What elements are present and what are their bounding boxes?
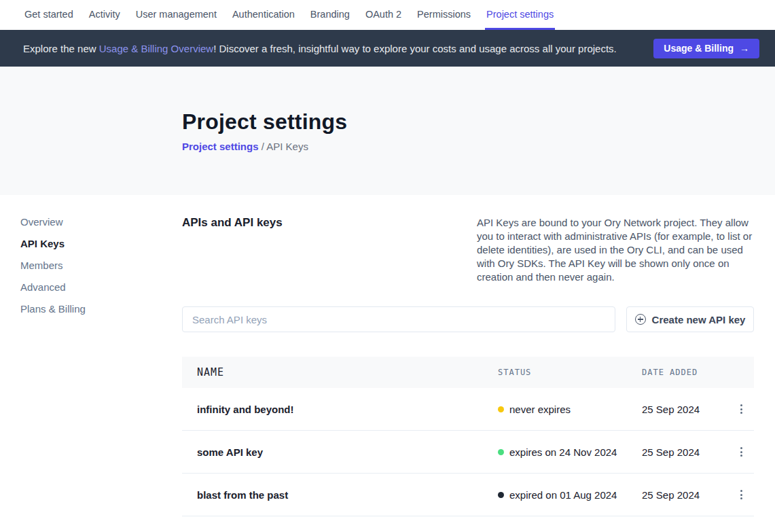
create-api-key-button[interactable]: Create new API key <box>626 306 754 332</box>
arrow-right-icon: → <box>740 43 749 54</box>
tab-authentication[interactable]: Authentication <box>231 0 296 30</box>
banner-text-before: Explore the new <box>23 43 99 54</box>
search-input[interactable] <box>182 306 615 332</box>
sidebar-item-plans-billing[interactable]: Plans & Billing <box>20 304 163 315</box>
usage-billing-button-label: Usage & Billing <box>664 43 734 54</box>
column-header-name: NAME <box>182 366 498 378</box>
sidebar-item-overview[interactable]: Overview <box>20 217 163 228</box>
api-key-name: infinity and beyond! <box>182 404 498 415</box>
breadcrumb-separator: / <box>259 141 267 152</box>
tab-activity[interactable]: Activity <box>88 0 122 30</box>
column-header-status: STATUS <box>498 368 642 377</box>
kebab-menu-icon[interactable] <box>730 484 752 506</box>
banner-text-after: ! Discover a fresh, insightful way to ex… <box>213 43 617 54</box>
page-header: Project settings Project settings / API … <box>0 67 775 195</box>
kebab-menu-icon[interactable] <box>730 441 752 463</box>
api-key-date-added: 25 Sep 2024 <box>642 446 730 458</box>
settings-sidebar: Overview API Keys Members Advanced Plans… <box>20 217 163 325</box>
api-key-status: never expires <box>498 404 642 415</box>
banner-text: Explore the new Usage & Billing Overview… <box>23 43 617 54</box>
api-keys-panel: APIs and API keys API Keys are bound to … <box>182 195 754 516</box>
usage-billing-overview-link[interactable]: Usage & Billing Overview <box>99 43 213 54</box>
status-dot <box>498 492 504 498</box>
tab-permissions[interactable]: Permissions <box>416 0 472 30</box>
section-title: APIs and API keys <box>182 216 283 284</box>
breadcrumb: Project settings / API Keys <box>182 141 775 152</box>
sidebar-item-api-keys[interactable]: API Keys <box>20 238 163 249</box>
table-controls: Create new API key <box>182 306 754 332</box>
table-row: infinity and beyond! never expires 25 Se… <box>182 388 754 431</box>
status-text: expires on 24 Nov 2024 <box>509 446 617 458</box>
api-key-name: some API key <box>182 446 498 458</box>
sidebar-item-advanced[interactable]: Advanced <box>20 282 163 293</box>
status-dot <box>498 449 504 455</box>
kebab-menu-icon[interactable] <box>730 398 752 420</box>
usage-billing-banner: Explore the new Usage & Billing Overview… <box>0 30 775 67</box>
column-header-date-added: DATE ADDED <box>642 368 730 377</box>
tab-project-settings[interactable]: Project settings <box>485 0 555 30</box>
section-description: API Keys are bound to your Ory Network p… <box>477 216 754 284</box>
top-navigation: Get started Activity User management Aut… <box>0 0 775 30</box>
plus-circle-icon <box>635 314 646 325</box>
table-row: blast from the past expired on 01 Aug 20… <box>182 474 754 516</box>
tab-user-management[interactable]: User management <box>134 0 218 30</box>
api-keys-table: NAME STATUS DATE ADDED infinity and beyo… <box>182 357 754 516</box>
status-dot <box>498 406 504 412</box>
content-area: Overview API Keys Members Advanced Plans… <box>0 195 775 516</box>
create-api-key-label: Create new API key <box>652 314 746 325</box>
status-text: expired on 01 Aug 2024 <box>509 489 617 501</box>
api-key-status: expires on 24 Nov 2024 <box>498 446 642 458</box>
section-head: APIs and API keys API Keys are bound to … <box>182 216 754 284</box>
api-key-status: expired on 01 Aug 2024 <box>498 489 642 501</box>
sidebar-item-members[interactable]: Members <box>20 260 163 271</box>
status-text: never expires <box>509 404 571 415</box>
tab-branding[interactable]: Branding <box>309 0 351 30</box>
breadcrumb-project-settings-link[interactable]: Project settings <box>182 141 259 152</box>
api-key-name: blast from the past <box>182 489 498 501</box>
api-key-date-added: 25 Sep 2024 <box>642 404 730 415</box>
api-key-date-added: 25 Sep 2024 <box>642 489 730 501</box>
tab-oauth2[interactable]: OAuth 2 <box>364 0 403 30</box>
table-header-row: NAME STATUS DATE ADDED <box>182 357 754 388</box>
breadcrumb-current: API Keys <box>266 141 308 152</box>
page-title: Project settings <box>182 109 775 135</box>
usage-billing-button[interactable]: Usage & Billing → <box>653 39 759 58</box>
table-row: some API key expires on 24 Nov 2024 25 S… <box>182 431 754 474</box>
tab-get-started[interactable]: Get started <box>23 0 75 30</box>
